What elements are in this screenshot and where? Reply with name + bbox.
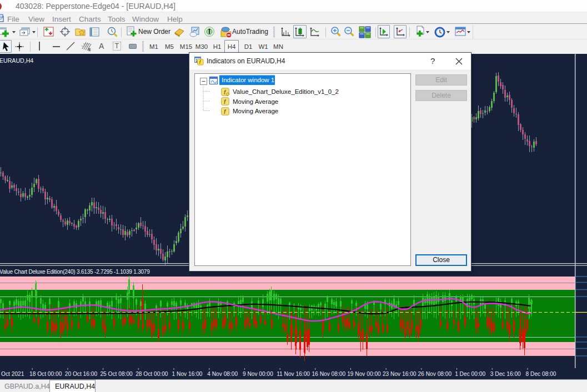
svg-text:18 Oct 00:00: 18 Oct 00:00	[29, 371, 62, 377]
svg-text:11 Nov 16:00: 11 Nov 16:00	[277, 371, 310, 377]
svg-text:3 Dec 16:00: 3 Dec 16:00	[490, 371, 521, 377]
svg-text:1 Dec 00:00: 1 Dec 00:00	[455, 371, 485, 377]
svg-text:25 Oct 08:00: 25 Oct 08:00	[100, 371, 133, 377]
svg-text:8 Dec 08:00: 8 Dec 08:00	[526, 371, 556, 377]
svg-text:8 Oct 2021: 8 Oct 2021	[0, 371, 24, 377]
svg-text:Value Chart Deluxe Edition(240: Value Chart Deluxe Edition(240) 3.6135 -…	[0, 269, 150, 275]
svg-text:16 Nov 08:00: 16 Nov 08:00	[312, 371, 345, 377]
svg-text:4 Nov 08:00: 4 Nov 08:00	[207, 371, 238, 377]
svg-text:9 Nov 00:00: 9 Nov 00:00	[243, 371, 273, 377]
svg-text:19 Nov 00:00: 19 Nov 00:00	[347, 371, 381, 377]
svg-text:28 Oct 00:00: 28 Oct 00:00	[136, 371, 168, 377]
svg-text:Indicator window 1: Indicator window 1	[222, 77, 274, 83]
svg-text:1 Nov 16:00: 1 Nov 16:00	[172, 371, 203, 377]
svg-text:EURAUD,H4: EURAUD,H4	[0, 57, 33, 64]
svg-text:23 Nov 16:00: 23 Nov 16:00	[383, 371, 417, 377]
svg-text:20 Oct 16:00: 20 Oct 16:00	[65, 371, 98, 377]
svg-text:E: E	[88, 48, 91, 52]
svg-text:26 Nov 08:00: 26 Nov 08:00	[418, 371, 452, 377]
